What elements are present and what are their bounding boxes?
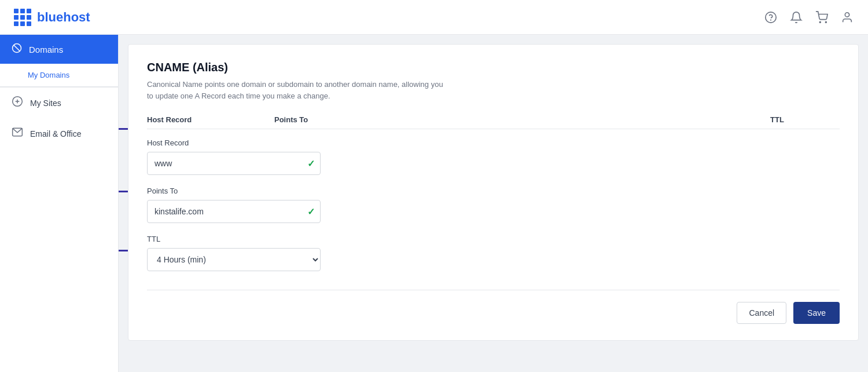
wordpress-icon (12, 96, 23, 110)
header-icons (764, 10, 854, 24)
svg-point-4 (845, 12, 849, 16)
host-record-label: Host Record (147, 138, 840, 147)
sidebar-my-domains[interactable]: My Domains (0, 64, 118, 87)
cancel-button[interactable]: Cancel (737, 302, 786, 324)
sidebar: Domains My Domains My Sites Email & Offi… (0, 35, 119, 372)
ttl-section: TTL 4 Hours (min) 1 Hour 2 Hours 8 Hours… (147, 235, 840, 271)
svg-point-2 (819, 21, 821, 23)
logo-grid-icon (14, 9, 31, 26)
logo: bluehost (14, 9, 90, 26)
ttl-select[interactable]: 4 Hours (min) 1 Hour 2 Hours 8 Hours 12 … (147, 248, 321, 271)
domains-icon (12, 43, 22, 56)
save-button[interactable]: Save (793, 302, 840, 324)
card-title: CNAME (Alias) (147, 61, 840, 74)
table-headers: Host Record Points To TTL (147, 115, 840, 129)
main-content: CNAME (Alias) Canonical Name points one … (119, 35, 868, 372)
sidebar-domains-label: Domains (29, 45, 63, 54)
sidebar-item-my-sites[interactable]: My Sites (0, 87, 118, 118)
cname-card: CNAME (Alias) Canonical Name points one … (128, 44, 859, 341)
host-record-input[interactable] (147, 152, 321, 175)
email-office-label: Email & Office (30, 129, 81, 138)
th-points-to: Points To (274, 115, 770, 124)
points-to-wrapper: ✓ (147, 200, 321, 223)
sidebar-item-domains[interactable]: Domains (0, 35, 118, 64)
points-to-check-icon: ✓ (307, 206, 315, 217)
help-icon[interactable] (764, 10, 778, 24)
host-record-check-icon: ✓ (307, 158, 315, 169)
user-icon[interactable] (840, 10, 854, 24)
logo-text: bluehost (37, 10, 90, 25)
th-host-record: Host Record (147, 115, 274, 124)
card-footer: Cancel Save (147, 290, 840, 324)
app-layout: Domains My Domains My Sites Email & Offi… (0, 35, 868, 372)
envelope-icon (12, 126, 23, 141)
cart-icon[interactable] (815, 10, 829, 24)
points-to-label: Points To (147, 187, 840, 195)
my-domains-label: My Domains (28, 71, 69, 79)
bell-icon[interactable] (789, 10, 803, 24)
ttl-label: TTL (147, 235, 840, 243)
points-to-input[interactable] (147, 200, 321, 223)
svg-point-0 (766, 12, 776, 22)
th-ttl: TTL (770, 115, 840, 124)
app-header: bluehost (0, 0, 868, 35)
sidebar-item-email-office[interactable]: Email & Office (0, 118, 118, 149)
my-sites-label: My Sites (30, 99, 61, 108)
svg-line-6 (14, 45, 20, 52)
host-record-wrapper: ✓ (147, 152, 321, 175)
svg-point-3 (825, 21, 826, 23)
points-to-section: Points To ✓ (147, 187, 840, 223)
card-description: Canonical Name points one domain or subd… (147, 79, 448, 101)
host-record-section: Host Record ✓ (147, 138, 840, 175)
